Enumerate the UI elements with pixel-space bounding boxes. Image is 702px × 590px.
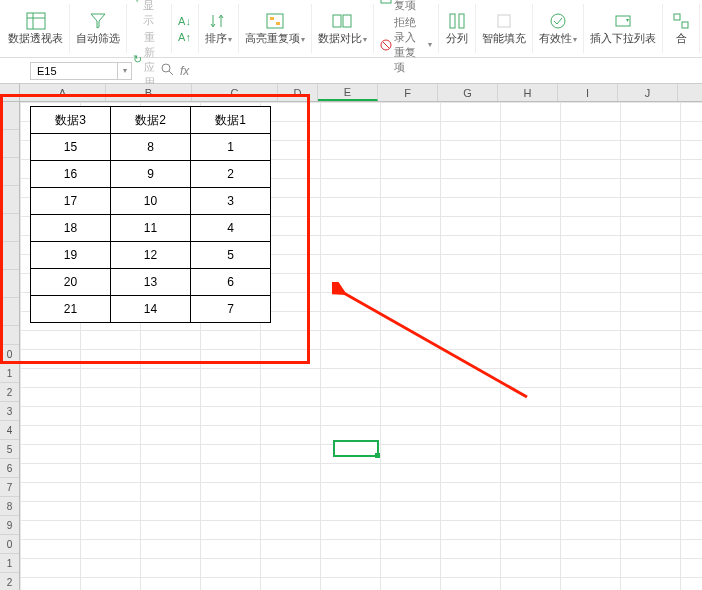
col-header[interactable]: J xyxy=(618,84,678,101)
compare-icon xyxy=(330,11,354,31)
table-cell[interactable]: 15 xyxy=(31,134,111,161)
table-cell[interactable]: 12 xyxy=(111,242,191,269)
row-header[interactable] xyxy=(0,130,19,158)
consolidate-button[interactable]: 合 xyxy=(663,4,700,53)
svg-rect-6 xyxy=(333,15,341,27)
table-cell[interactable]: 7 xyxy=(191,296,271,323)
table-cell[interactable]: 3 xyxy=(191,188,271,215)
row-header[interactable]: 1 xyxy=(0,364,19,383)
row-header[interactable] xyxy=(0,242,19,270)
delete-dup-icon xyxy=(380,0,392,5)
smartfill-label: 智能填充 xyxy=(482,31,526,46)
delete-dup-button[interactable]: 删除重复项 xyxy=(380,0,433,13)
col-header[interactable]: A xyxy=(20,84,106,101)
table-cell[interactable]: 5 xyxy=(191,242,271,269)
row-header[interactable] xyxy=(0,214,19,242)
pivot-table-button[interactable]: 数据透视表 xyxy=(2,4,70,53)
consolidate-label: 合 xyxy=(676,31,687,46)
select-all-corner[interactable] xyxy=(0,84,20,101)
row-header[interactable]: 4 xyxy=(0,421,19,440)
cell-area[interactable]: 数据3 数据2 数据1 1581 1692 17103 18114 19125 … xyxy=(20,102,702,590)
row-header[interactable] xyxy=(0,298,19,326)
pivot-icon xyxy=(24,11,48,31)
table-cell[interactable]: 21 xyxy=(31,296,111,323)
svg-point-14 xyxy=(551,14,565,28)
col-header[interactable]: G xyxy=(438,84,498,101)
row-header[interactable] xyxy=(0,270,19,298)
row-header[interactable]: 0 xyxy=(0,345,19,364)
table-cell[interactable]: 20 xyxy=(31,269,111,296)
row-header[interactable]: 8 xyxy=(0,497,19,516)
table-header[interactable]: 数据2 xyxy=(111,107,191,134)
funnel-small-icon: ▽ xyxy=(133,0,141,5)
spreadsheet-grid: A B C D E F G H I J 0 1 2 3 4 5 6 7 xyxy=(0,84,702,590)
show-all-button[interactable]: ▽全部显示 xyxy=(133,0,165,28)
highlight-dup-button[interactable]: 高亮重复项▾ xyxy=(239,4,312,53)
table-header[interactable]: 数据1 xyxy=(191,107,271,134)
row-header[interactable] xyxy=(0,158,19,186)
table-cell[interactable]: 16 xyxy=(31,161,111,188)
table-cell[interactable]: 6 xyxy=(191,269,271,296)
svg-rect-7 xyxy=(343,15,351,27)
funnel-icon xyxy=(86,11,110,31)
table-cell[interactable]: 8 xyxy=(111,134,191,161)
table-cell[interactable]: 4 xyxy=(191,215,271,242)
table-cell[interactable]: 14 xyxy=(111,296,191,323)
svg-rect-3 xyxy=(267,14,283,28)
sort-asc-button[interactable]: A↓ xyxy=(178,14,192,28)
row-header[interactable]: 3 xyxy=(0,402,19,421)
search-icon[interactable] xyxy=(160,62,174,79)
highlight-icon xyxy=(263,11,287,31)
reapply-button[interactable]: ↻重新应用 xyxy=(133,30,165,90)
svg-rect-4 xyxy=(270,17,274,20)
sort-button[interactable]: 排序▾ xyxy=(199,4,239,53)
insert-dropdown-label: 插入下拉列表 xyxy=(590,31,656,46)
refresh-icon: ↻ xyxy=(133,53,142,67)
col-header[interactable]: F xyxy=(378,84,438,101)
data-compare-button[interactable]: 数据对比▾ xyxy=(312,4,374,53)
row-header[interactable]: 0 xyxy=(0,535,19,554)
ribbon-toolbar: 数据透视表 自动筛选 ▽全部显示 ↻重新应用 A↓ A↑ 排序▾ 高亮重复项▾ … xyxy=(0,0,702,58)
col-header[interactable]: D xyxy=(278,84,318,101)
col-header[interactable]: H xyxy=(498,84,558,101)
validity-button[interactable]: 有效性▾ xyxy=(533,4,584,53)
table-cell[interactable]: 1 xyxy=(191,134,271,161)
svg-rect-17 xyxy=(682,22,688,28)
name-box[interactable]: E15 xyxy=(30,62,118,80)
col-header[interactable]: E xyxy=(318,84,378,101)
table-cell[interactable]: 11 xyxy=(111,215,191,242)
table-header[interactable]: 数据3 xyxy=(31,107,111,134)
row-header[interactable]: 2 xyxy=(0,573,19,590)
col-header[interactable]: I xyxy=(558,84,618,101)
svg-line-19 xyxy=(169,71,173,75)
split-label: 分列 xyxy=(446,31,468,46)
row-header[interactable]: 1 xyxy=(0,554,19,573)
svg-rect-13 xyxy=(498,15,510,27)
row-header[interactable]: 9 xyxy=(0,516,19,535)
row-header[interactable]: 5 xyxy=(0,440,19,459)
name-box-dropdown[interactable]: ▾ xyxy=(118,62,132,80)
col-header[interactable]: C xyxy=(192,84,278,101)
split-col-button[interactable]: 分列 xyxy=(439,4,476,53)
table-cell[interactable]: 19 xyxy=(31,242,111,269)
row-header[interactable]: 7 xyxy=(0,478,19,497)
smart-fill-button[interactable]: 智能填充 xyxy=(476,4,533,53)
table-cell[interactable]: 18 xyxy=(31,215,111,242)
table-cell[interactable]: 13 xyxy=(111,269,191,296)
row-header[interactable] xyxy=(0,102,19,130)
insert-dropdown-button[interactable]: 插入下拉列表 xyxy=(584,4,663,53)
autofilter-button[interactable]: 自动筛选 xyxy=(70,4,127,53)
table-cell[interactable]: 17 xyxy=(31,188,111,215)
table-cell[interactable]: 2 xyxy=(191,161,271,188)
sort-desc-button[interactable]: A↑ xyxy=(178,30,192,44)
row-header[interactable]: 2 xyxy=(0,383,19,402)
row-header[interactable] xyxy=(0,326,19,345)
table-cell[interactable]: 10 xyxy=(111,188,191,215)
table-cell[interactable]: 9 xyxy=(111,161,191,188)
reject-dup-button[interactable]: 拒绝录入重复项▾ xyxy=(380,15,433,75)
col-header[interactable]: B xyxy=(106,84,192,101)
row-header[interactable]: 6 xyxy=(0,459,19,478)
fx-label[interactable]: fx xyxy=(180,64,189,78)
row-header[interactable] xyxy=(0,186,19,214)
highlight-label: 高亮重复项▾ xyxy=(245,31,305,46)
